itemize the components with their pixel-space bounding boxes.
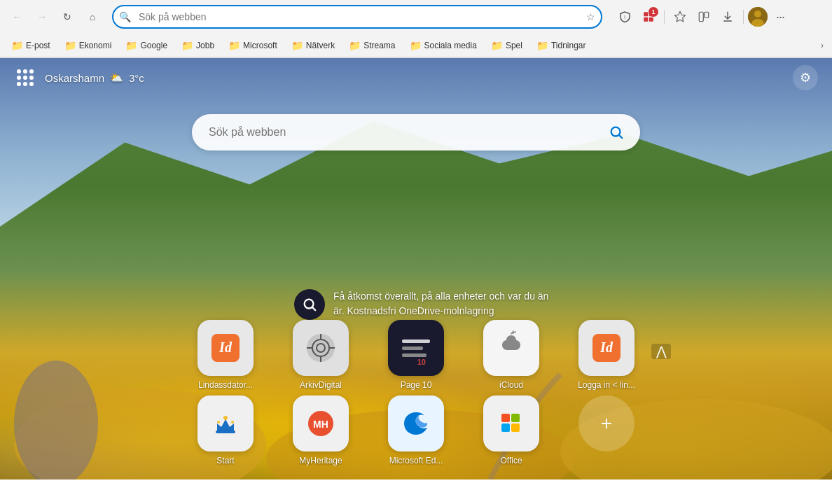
svg-rect-3 (644, 18, 648, 22)
download-button[interactable] (716, 6, 739, 28)
shortcut-label-arkivdigital: ArkivDigital (300, 380, 342, 390)
ntp-top-bar: Oskarshamn ⛅ 3°c ⚙ (0, 58, 832, 97)
ntp-settings-button[interactable]: ⚙ (793, 65, 818, 90)
folder-icon-tidningar: 📁 (536, 40, 548, 51)
browser-chrome: ← → ↻ ⌂ 🔍 ☆ ! (0, 0, 832, 58)
fav-label-epost: E-post (26, 41, 50, 50)
fav-item-ekonomi[interactable]: 📁 Ekonomi (59, 37, 118, 54)
reload-button[interactable]: ↻ (56, 6, 78, 28)
apps-dot (23, 69, 27, 74)
favorites-more-chevron[interactable]: › (818, 38, 826, 53)
shortcut-page10[interactable]: 10 Page 10 (374, 320, 458, 390)
temperature: 3°c (129, 72, 144, 84)
folder-icon-microsoft: 📁 (228, 40, 240, 51)
fav-item-natverk[interactable]: 📁 Nätverk (286, 37, 340, 54)
svg-text:10: 10 (417, 358, 426, 366)
shortcut-office[interactable]: Office (469, 396, 553, 465)
svg-text:!: ! (624, 14, 625, 20)
notification-text: Få åtkomst överallt, på alla enheter och… (333, 289, 560, 318)
address-star-icon[interactable]: ☆ (586, 11, 595, 22)
apps-grid-dots (17, 69, 34, 86)
more-button[interactable]: ··· (769, 6, 791, 28)
fav-item-microsoft[interactable]: 📁 Microsoft (223, 37, 283, 54)
shortcut-icon-arkivdigital (293, 320, 349, 376)
apps-dot (17, 76, 21, 80)
weather-icon: ⛅ (110, 71, 123, 84)
svg-text:Id: Id (219, 340, 233, 355)
search-input[interactable] (203, 126, 604, 139)
search-submit-button[interactable] (604, 120, 629, 145)
svg-rect-44 (492, 404, 531, 443)
svg-point-38 (217, 421, 220, 424)
fav-label-spel: Spel (506, 41, 522, 50)
svg-rect-30 (402, 354, 427, 357)
apps-dot (23, 82, 27, 86)
apps-dot (29, 69, 34, 74)
shortcut-lindassdator[interactable]: Id Lindassdator... (183, 320, 268, 390)
svg-rect-6 (705, 12, 709, 18)
folder-icon-ekonomi: 📁 (64, 40, 76, 51)
shortcut-label-myheritage: MyHeritage (299, 456, 342, 465)
shortcut-login[interactable]: Id Logga in < lin... (564, 320, 649, 390)
address-search-icon: 🔍 (119, 11, 131, 22)
search-box (192, 114, 640, 150)
shortcut-icon-office (483, 396, 539, 451)
shortcut-icon-myheritage: MH (293, 396, 349, 451)
shortcut-icon-icloud (483, 320, 539, 376)
shortcut-icon-lindassdator: Id (197, 320, 254, 376)
toolbar-divider-2 (743, 10, 744, 24)
back-button[interactable]: ← (6, 6, 28, 28)
svg-rect-29 (402, 346, 423, 350)
shortcut-label-login: Logga in < lin... (578, 380, 635, 390)
location-name: Oskarshamn (45, 72, 104, 84)
svg-rect-46 (511, 414, 520, 422)
collections-button[interactable] (693, 6, 715, 28)
favorites-button[interactable] (669, 6, 691, 28)
shortcut-arkivdigital[interactable]: ArkivDigital (279, 320, 363, 390)
fav-item-spel[interactable]: 📁 Spel (485, 37, 528, 54)
folder-icon-natverk: 📁 (291, 40, 303, 51)
folder-icon-streama: 📁 (349, 40, 361, 51)
fav-label-jobb: Jobb (196, 41, 214, 50)
svg-rect-28 (402, 340, 430, 343)
profile-avatar[interactable] (748, 7, 768, 27)
fav-item-google[interactable]: 📁 Google (120, 37, 173, 54)
add-shortcut-button[interactable]: + (578, 396, 635, 451)
notification-search-icon (294, 289, 325, 320)
shortcut-label-icloud: iCloud (499, 380, 523, 390)
search-container (192, 114, 640, 150)
apps-dot (23, 76, 27, 80)
address-input[interactable] (112, 5, 602, 29)
shortcut-icon-start (197, 396, 254, 451)
home-button[interactable]: ⌂ (81, 6, 104, 28)
apps-dot (17, 69, 21, 74)
fav-item-streama[interactable]: 📁 Streama (343, 37, 401, 54)
shortcut-icloud[interactable]: iCloud (469, 320, 553, 390)
folder-icon-epost: 📁 (11, 40, 23, 51)
forward-button[interactable]: → (31, 6, 53, 28)
shortcut-label-lindassdator: Lindassdator... (198, 380, 253, 390)
toolbar: ← → ↻ ⌂ 🔍 ☆ ! (0, 0, 832, 34)
svg-rect-5 (699, 12, 703, 22)
collapse-arrow-button[interactable]: ⋀ (651, 344, 671, 359)
fav-item-jobb[interactable]: 📁 Jobb (176, 37, 220, 54)
shortcut-myheritage[interactable]: MH MyHeritage (279, 396, 363, 465)
shortcut-icon-microsoft-edge (388, 396, 444, 451)
shortcut-add[interactable]: + (564, 396, 649, 456)
fav-label-ekonomi: Ekonomi (79, 41, 112, 50)
shortcuts-grid: Id Lindassdator... ArkivDigital (183, 320, 649, 465)
fav-item-sociala-media[interactable]: 📁 Sociala media (404, 37, 483, 54)
svg-text:Id: Id (599, 340, 613, 355)
shield-button[interactable]: ! (613, 6, 636, 28)
fav-item-epost[interactable]: 📁 E-post (6, 37, 56, 54)
fav-label-natverk: Nätverk (306, 41, 335, 50)
toolbar-icons: ! 1 (613, 6, 791, 28)
extensions-button[interactable]: 1 (637, 6, 660, 28)
shortcut-start[interactable]: Start (183, 396, 268, 465)
svg-rect-1 (644, 12, 648, 16)
shortcut-microsoft-edge[interactable]: Microsoft Ed... (374, 396, 458, 465)
fav-item-tidningar[interactable]: 📁 Tidningar (531, 37, 592, 54)
shortcut-label-page10: Page 10 (401, 380, 432, 390)
apps-grid-button[interactable] (14, 66, 36, 89)
extensions-badge: 1 (649, 7, 658, 17)
